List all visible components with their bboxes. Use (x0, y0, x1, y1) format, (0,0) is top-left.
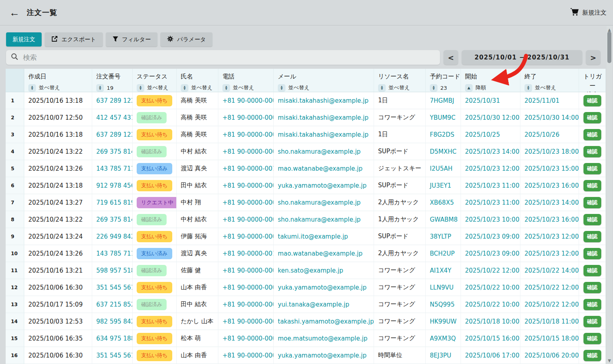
sort-control-name[interactable]: ▲▼並べ替え (181, 84, 218, 92)
sort-control-status[interactable]: ▲▼並べ替え (137, 84, 176, 92)
confirm-button[interactable]: 確認 (583, 129, 601, 140)
name-cell: 佐藤 健 (177, 262, 218, 279)
sort-control-created[interactable]: ▲▼並べ替え (28, 84, 92, 92)
search-input[interactable] (22, 53, 435, 62)
name-cell: 高橋 美咲 (177, 109, 218, 126)
order-number-link[interactable]: 143 785 711 (92, 160, 133, 177)
column-label-end: 終了 (524, 72, 579, 81)
date-range-button[interactable]: 2025/10/01 − 2025/10/31 (462, 50, 582, 65)
email-link[interactable]: sho.nakamura@example.jp (274, 211, 374, 228)
confirm-button[interactable]: 確認 (583, 282, 601, 293)
email-link[interactable]: misaki.takahashi@example.jp (274, 109, 374, 126)
email-link[interactable]: misaki.takahashi@example.jp (274, 92, 374, 109)
phone-link[interactable]: +81 90-0000-0005 (218, 228, 274, 245)
order-number-link[interactable]: 719 615 819 (92, 194, 133, 211)
phone-link[interactable]: +81 90-0000-0002 (218, 92, 274, 109)
email-link[interactable]: sho.nakamura@example.jp (274, 194, 374, 211)
phone-link[interactable]: +81 90-0000-0008 (218, 330, 274, 347)
order-number-link[interactable]: 982 595 842 (92, 313, 133, 330)
phone-link[interactable]: +81 90-0000-0010 (218, 160, 274, 177)
next-period-button[interactable]: > (586, 50, 600, 65)
phone-link[interactable]: +81 90-0000-0004 (218, 347, 274, 364)
email-link[interactable]: mao.watanabe@example.jp (274, 160, 374, 177)
vertical-scrollbar[interactable]: ▲ ▼ (607, 26, 612, 364)
order-number-link[interactable]: 143 785 711 (92, 245, 133, 262)
phone-link[interactable]: +81 90-0000-0007 (218, 262, 274, 279)
row-number: 8 (6, 211, 24, 228)
sort-control-order-no[interactable]: ▲▼19 (96, 84, 132, 92)
order-number-link[interactable]: 598 957 518 (92, 262, 133, 279)
confirm-button[interactable]: 確認 (583, 265, 601, 276)
order-number-link[interactable]: 351 545 561 (92, 347, 133, 364)
email-link[interactable]: moe.matsumoto@example.jp (274, 330, 374, 347)
confirm-button[interactable]: 確認 (583, 248, 601, 259)
phone-link[interactable]: +81 90-0000-0004 (218, 177, 274, 194)
confirm-button[interactable]: 確認 (583, 112, 601, 123)
confirm-button[interactable]: 確認 (583, 95, 601, 106)
sort-control-phone[interactable]: ▲▼並べ替え (222, 84, 273, 92)
confirm-button[interactable]: 確認 (583, 316, 601, 327)
phone-link[interactable]: +81 90-0000-0003 (218, 194, 274, 211)
phone-link[interactable]: +81 90-0000-0002 (218, 126, 274, 143)
phone-link[interactable]: +81 90-0000-0003 (218, 211, 274, 228)
sort-control-code[interactable]: ▲▼23 (430, 84, 461, 92)
email-link[interactable]: sho.nakamura@example.jp (274, 143, 374, 160)
confirm-button[interactable]: 確認 (583, 231, 601, 242)
order-number-link[interactable]: 269 375 814 (92, 143, 133, 160)
order-number-link[interactable]: 226 949 842 (92, 228, 133, 245)
reservation-code-cell: 38YLTP (426, 228, 461, 245)
phone-link[interactable]: +81 90-0000-0003 (218, 143, 274, 160)
confirm-button[interactable]: 確認 (583, 163, 601, 174)
phone-link[interactable]: +81 90-0000-0002 (218, 109, 274, 126)
sort-control-resource[interactable]: ▲▼並べ替え (378, 84, 425, 92)
phone-link[interactable]: +81 90-0000-0000 (218, 313, 274, 330)
email-link[interactable]: ken.sato@example.jp (274, 262, 374, 279)
order-number-link[interactable]: 412 457 431 (92, 109, 133, 126)
email-link[interactable]: yui.tanaka@example.jp (274, 296, 374, 313)
email-link[interactable]: yuka.yamamoto@example.jp (274, 347, 374, 364)
phone-link[interactable]: +81 90-0000-0010 (218, 245, 274, 262)
email-link[interactable]: takumi.ito@example.jp (274, 228, 374, 245)
new-order-button[interactable]: 新規注文 (6, 32, 42, 47)
email-link[interactable]: yuka.yamamoto@example.jp (274, 279, 374, 296)
scrollbar-thumb[interactable] (607, 32, 611, 63)
phone-link[interactable]: +81 90-0000-0006 (218, 296, 274, 313)
confirm-button[interactable]: 確認 (583, 214, 601, 225)
parameters-button[interactable]: パラメータ (161, 32, 212, 47)
sort-control-start[interactable]: ▲降順 (465, 84, 520, 92)
confirm-button[interactable]: 確認 (583, 180, 601, 191)
order-number-link[interactable]: 912 978 456 (92, 177, 133, 194)
confirm-button[interactable]: 確認 (583, 333, 601, 344)
filter-button[interactable]: フィルター (106, 32, 157, 47)
order-number-link[interactable]: 637 215 852 (92, 296, 133, 313)
resource-cell: SUPボード (374, 228, 426, 245)
sort-control-end[interactable]: ▲▼並べ替え (524, 84, 579, 92)
prev-period-button[interactable]: < (444, 50, 458, 65)
phone-link[interactable]: +81 90-0000-0004 (218, 279, 274, 296)
export-button[interactable]: エクスポート (45, 32, 103, 47)
order-number-link[interactable]: 269 375 814 (92, 211, 133, 228)
email-link[interactable]: takashi.yamamoto@example.jp (274, 313, 374, 330)
name-cell: 高橋 美咲 (177, 92, 218, 109)
email-link[interactable]: yuka.yamamoto@example.jp (274, 177, 374, 194)
confirm-button[interactable]: 確認 (583, 197, 601, 208)
email-link[interactable]: mao.watanabe@example.jp (274, 245, 374, 262)
order-number-link[interactable]: 637 289 123 (92, 126, 133, 143)
back-button[interactable]: ← (6, 4, 23, 21)
order-number-link[interactable]: 351 545 561 (92, 279, 133, 296)
search-box[interactable] (6, 50, 440, 65)
confirm-button[interactable]: 確認 (583, 350, 601, 361)
name-cell: 松本 萌 (177, 330, 218, 347)
order-number-link[interactable]: 637 289 123 (92, 92, 133, 109)
status-badge: 確認済み (137, 265, 167, 276)
new-order-top-button[interactable]: 新規注文 (570, 0, 607, 25)
sort-label: 並べ替え (191, 84, 213, 91)
confirm-button[interactable]: 確認 (583, 299, 601, 310)
name-cell: 渡辺 真央 (177, 160, 218, 177)
name-cell: 中村 結衣 (177, 143, 218, 160)
email-link[interactable]: misaki.takahashi@example.jp (274, 126, 374, 143)
order-number-link[interactable]: 634 975 188 (92, 330, 133, 347)
confirm-button[interactable]: 確認 (583, 146, 601, 157)
scroll-down-arrow-icon[interactable]: ▼ (607, 358, 612, 363)
sort-control-email[interactable]: ▲▼並べ替え (278, 84, 374, 92)
